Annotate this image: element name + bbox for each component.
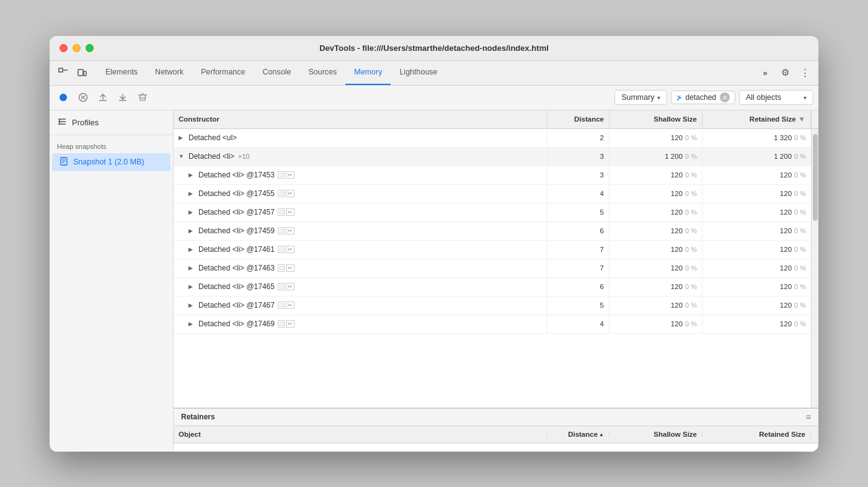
title-bar: DevTools - file:///Users/stmarthe/detach… <box>50 36 818 61</box>
constructor-cell: ▶ Detached <li> @17469 □ ✂ <box>174 315 547 333</box>
upload-button[interactable] <box>94 89 112 106</box>
retained-size-cell: 120 0 % <box>702 259 811 277</box>
expand-icon[interactable]: ▶ <box>188 246 197 252</box>
distance-cell: 5 <box>547 203 609 221</box>
table-row[interactable]: ▶ Detached <li> @17469 □ ✂ 4 120 0 % 120… <box>174 315 811 334</box>
node-cut-icon: ✂ <box>286 246 294 253</box>
maximize-button[interactable] <box>86 44 94 52</box>
download-button[interactable] <box>114 89 131 106</box>
table-row[interactable]: ▶ Detached <li> @17461 □ ✂ 7 120 0 % 120… <box>174 241 811 259</box>
scrollbar-spacer <box>811 110 818 128</box>
shallow-size-cell: 120 0 % <box>609 259 702 277</box>
expand-icon[interactable]: ▶ <box>188 302 197 308</box>
all-objects-label: All objects <box>746 93 781 102</box>
constructor-cell: ▶ Detached <ul> <box>174 129 547 147</box>
constructor-cell: ▶ Detached <li> @17459 □ ✂ <box>174 222 547 240</box>
device-icon[interactable] <box>73 64 91 81</box>
more-menu-icon[interactable]: ⋮ <box>796 64 813 81</box>
expand-icon[interactable]: ▶ <box>188 209 197 215</box>
shallow-size-cell: 120 0 % <box>609 129 702 147</box>
snapshot-label: Snapshot 1 (2.0 MB) <box>73 158 144 166</box>
expand-icon[interactable]: ▼ <box>179 153 187 159</box>
table-row[interactable]: ▶ Detached <li> @17453 □ ✂ 3 120 0 % 120… <box>174 166 811 185</box>
sidebar: Profiles Heap snapshots Snapshot 1 (2.0 … <box>50 110 174 452</box>
retained-size-cell: 1 320 0 % <box>702 129 811 147</box>
expand-icon[interactable]: ▶ <box>179 135 187 141</box>
traffic-lights <box>60 44 94 52</box>
th-distance: Distance <box>547 110 609 128</box>
tab-bar-icons <box>55 64 91 81</box>
tab-performance[interactable]: Performance <box>192 60 254 85</box>
tab-lighthouse[interactable]: Lighthouse <box>391 60 446 85</box>
expand-icon[interactable]: ▶ <box>188 265 197 271</box>
shallow-size-cell: 120 0 % <box>609 315 702 333</box>
main-content: Profiles Heap snapshots Snapshot 1 (2.0 … <box>50 110 818 452</box>
constructor-cell: ▶ Detached <li> @17465 □ ✂ <box>174 278 547 296</box>
scrollbar-thumb[interactable] <box>813 134 818 221</box>
constructor-cell: ▶ Detached <li> @17467 □ ✂ <box>174 297 547 315</box>
retained-size-cell: 1 200 0 % <box>702 148 811 166</box>
settings-icon[interactable]: ⚙ <box>776 64 794 81</box>
table-row[interactable]: ▶ Detached <li> @17459 □ ✂ 6 120 0 % 120… <box>174 222 811 241</box>
node-copy-icon: □ <box>278 302 285 309</box>
snapshot-icon <box>60 157 68 168</box>
node-copy-icon: □ <box>278 227 285 235</box>
rth-distance: Distance ▲ <box>547 431 609 438</box>
all-objects-chevron-icon: ▾ <box>804 94 807 101</box>
table-header: Constructor Distance Shallow Size Retain… <box>174 110 818 129</box>
filter-clear-button[interactable]: ✕ <box>720 92 730 102</box>
chevron-down-icon: ▾ <box>657 94 660 101</box>
th-shallow-size: Shallow Size <box>609 110 702 128</box>
more-tabs-icon[interactable]: » <box>756 64 774 81</box>
distance-cell: 7 <box>547 259 609 277</box>
tab-console[interactable]: Console <box>254 60 300 85</box>
table-row[interactable]: ▶ Detached <li> @17465 □ ✂ 6 120 0 % 120… <box>174 278 811 297</box>
retainers-menu-icon[interactable]: ≡ <box>806 412 811 422</box>
tab-sources[interactable]: Sources <box>299 60 345 85</box>
expand-icon[interactable]: ▶ <box>188 190 197 197</box>
table-body[interactable]: ▶ Detached <ul> 2 120 0 % 1 320 0 % ▼ De <box>174 129 811 408</box>
filter-area[interactable]: ⊁ detached ✕ <box>671 91 735 104</box>
table-row[interactable]: ▶ Detached <li> @17463 □ ✂ 7 120 0 % 120… <box>174 259 811 278</box>
record-button[interactable] <box>55 89 72 106</box>
table-row[interactable]: ▶ Detached <li> @17457 □ ✂ 5 120 0 % 120… <box>174 203 811 222</box>
distance-cell: 5 <box>547 297 609 315</box>
node-copy-icon: □ <box>278 264 285 272</box>
snapshot-item[interactable]: Snapshot 1 (2.0 MB) <box>52 153 170 171</box>
expand-icon[interactable]: ▶ <box>188 284 197 290</box>
table-row[interactable]: ▼ Detached <li> ×10 3 1 200 0 % 1 200 0 … <box>174 148 811 166</box>
clear-button[interactable] <box>134 89 151 106</box>
shallow-size-cell: 120 0 % <box>609 222 702 240</box>
inspect-icon[interactable] <box>55 64 72 81</box>
distance-cell: 3 <box>547 166 609 184</box>
distance-cell: 6 <box>547 278 609 296</box>
table-row[interactable]: ▶ Detached <li> @17455 □ ✂ 4 120 0 % 120… <box>174 185 811 203</box>
minimize-button[interactable] <box>73 44 81 52</box>
close-button[interactable] <box>60 44 68 52</box>
all-objects-dropdown[interactable]: All objects ▾ <box>739 90 813 105</box>
table-row[interactable]: ▶ Detached <li> @17467 □ ✂ 5 120 0 % 120… <box>174 297 811 315</box>
sidebar-header: Profiles <box>50 110 173 135</box>
distance-cell: 4 <box>547 185 609 203</box>
tab-network[interactable]: Network <box>146 60 192 85</box>
distance-cell: 6 <box>547 222 609 240</box>
constructor-cell: ▼ Detached <li> ×10 <box>174 148 547 166</box>
constructor-cell: ▶ Detached <li> @17457 □ ✂ <box>174 203 547 221</box>
table-scrollbar[interactable] <box>811 129 818 408</box>
tab-elements[interactable]: Elements <box>97 60 146 85</box>
stop-button[interactable] <box>74 89 92 106</box>
expand-icon[interactable]: ▶ <box>188 321 197 327</box>
node-copy-icon: □ <box>278 246 285 253</box>
table-row[interactable]: ▶ Detached <ul> 2 120 0 % 1 320 0 % <box>174 129 811 148</box>
node-cut-icon: ✂ <box>286 264 294 272</box>
distance-cell: 2 <box>547 129 609 147</box>
tab-bar-end: » ⚙ ⋮ <box>756 64 813 81</box>
heap-table: Constructor Distance Shallow Size Retain… <box>174 110 818 408</box>
tab-memory[interactable]: Memory <box>345 60 391 85</box>
expand-icon[interactable]: ▶ <box>188 172 197 178</box>
summary-dropdown[interactable]: Summary ▾ <box>614 90 666 105</box>
retained-size-cell: 120 0 % <box>702 241 811 259</box>
constructor-cell: ▶ Detached <li> @17453 □ ✂ <box>174 166 547 184</box>
retained-size-cell: 120 0 % <box>702 297 811 315</box>
expand-icon[interactable]: ▶ <box>188 228 197 234</box>
